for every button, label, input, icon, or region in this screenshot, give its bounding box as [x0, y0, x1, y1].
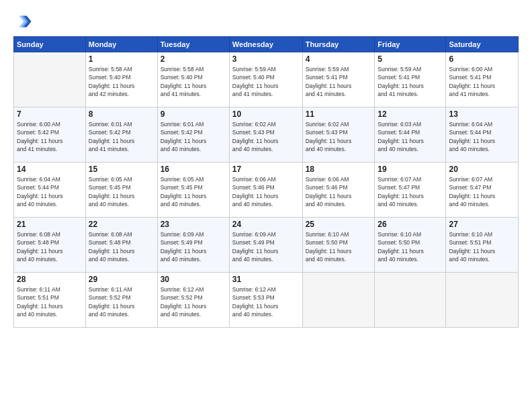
day-number: 1	[89, 54, 154, 64]
calendar-cell	[446, 273, 519, 328]
col-header-thursday: Thursday	[302, 37, 375, 52]
calendar-cell: 5Sunrise: 5:59 AM Sunset: 5:41 PM Daylig…	[375, 52, 446, 107]
day-number: 17	[232, 165, 300, 174]
calendar-cell: 22Sunrise: 6:08 AM Sunset: 5:48 PM Dayli…	[85, 218, 157, 273]
logo-icon	[13, 12, 32, 31]
calendar-cell: 27Sunrise: 6:10 AM Sunset: 5:51 PM Dayli…	[446, 218, 519, 273]
col-header-sunday: Sunday	[14, 37, 86, 52]
day-info: Sunrise: 6:03 AM Sunset: 5:44 PM Dayligh…	[378, 120, 443, 153]
day-info: Sunrise: 5:59 AM Sunset: 5:41 PM Dayligh…	[306, 65, 372, 98]
calendar-cell: 15Sunrise: 6:05 AM Sunset: 5:45 PM Dayli…	[85, 163, 157, 218]
day-number: 28	[17, 275, 83, 284]
day-info: Sunrise: 6:08 AM Sunset: 5:48 PM Dayligh…	[17, 230, 83, 263]
day-number: 16	[161, 165, 226, 174]
day-info: Sunrise: 6:10 AM Sunset: 5:51 PM Dayligh…	[449, 230, 515, 263]
day-info: Sunrise: 6:04 AM Sunset: 5:44 PM Dayligh…	[17, 175, 83, 208]
day-info: Sunrise: 6:01 AM Sunset: 5:42 PM Dayligh…	[161, 120, 226, 153]
calendar-cell	[375, 273, 446, 328]
calendar-cell: 17Sunrise: 6:06 AM Sunset: 5:46 PM Dayli…	[229, 163, 302, 218]
calendar-cell: 7Sunrise: 6:00 AM Sunset: 5:42 PM Daylig…	[14, 107, 86, 163]
day-number: 8	[89, 109, 154, 119]
day-info: Sunrise: 6:00 AM Sunset: 5:41 PM Dayligh…	[449, 65, 515, 98]
day-info: Sunrise: 5:59 AM Sunset: 5:40 PM Dayligh…	[232, 65, 300, 98]
calendar-cell: 18Sunrise: 6:06 AM Sunset: 5:46 PM Dayli…	[302, 163, 375, 218]
day-number: 26	[378, 220, 443, 229]
calendar-cell: 20Sunrise: 6:07 AM Sunset: 5:47 PM Dayli…	[446, 163, 519, 218]
day-info: Sunrise: 6:11 AM Sunset: 5:51 PM Dayligh…	[17, 285, 83, 318]
calendar-cell	[302, 273, 375, 328]
day-info: Sunrise: 5:59 AM Sunset: 5:41 PM Dayligh…	[378, 65, 443, 98]
calendar-cell: 26Sunrise: 6:10 AM Sunset: 5:50 PM Dayli…	[375, 218, 446, 273]
day-number: 9	[161, 109, 226, 119]
calendar-cell: 13Sunrise: 6:04 AM Sunset: 5:44 PM Dayli…	[446, 107, 519, 163]
day-number: 20	[449, 165, 515, 174]
col-header-friday: Friday	[375, 37, 446, 52]
calendar-cell: 14Sunrise: 6:04 AM Sunset: 5:44 PM Dayli…	[14, 163, 86, 218]
day-info: Sunrise: 6:00 AM Sunset: 5:42 PM Dayligh…	[17, 120, 83, 153]
calendar-cell: 24Sunrise: 6:09 AM Sunset: 5:49 PM Dayli…	[229, 218, 302, 273]
day-number: 2	[161, 54, 226, 64]
calendar-cell: 10Sunrise: 6:02 AM Sunset: 5:43 PM Dayli…	[229, 107, 302, 163]
day-number: 31	[232, 275, 300, 284]
calendar-cell: 21Sunrise: 6:08 AM Sunset: 5:48 PM Dayli…	[14, 218, 86, 273]
day-number: 14	[17, 165, 83, 174]
day-info: Sunrise: 6:12 AM Sunset: 5:53 PM Dayligh…	[232, 285, 300, 318]
day-number: 27	[449, 220, 515, 229]
day-info: Sunrise: 6:11 AM Sunset: 5:52 PM Dayligh…	[89, 285, 154, 318]
day-number: 22	[89, 220, 154, 229]
calendar-cell: 4Sunrise: 5:59 AM Sunset: 5:41 PM Daylig…	[302, 52, 375, 107]
day-info: Sunrise: 6:05 AM Sunset: 5:45 PM Dayligh…	[161, 175, 226, 208]
calendar-page: SundayMondayTuesdayWednesdayThursdayFrid…	[0, 0, 532, 411]
day-number: 19	[378, 165, 443, 174]
day-number: 6	[449, 54, 515, 64]
day-number: 15	[89, 165, 154, 174]
col-header-saturday: Saturday	[446, 37, 519, 52]
calendar-cell: 12Sunrise: 6:03 AM Sunset: 5:44 PM Dayli…	[375, 107, 446, 163]
day-number: 23	[161, 220, 226, 229]
week-row-1: 1Sunrise: 5:58 AM Sunset: 5:40 PM Daylig…	[14, 52, 519, 107]
calendar-cell: 25Sunrise: 6:10 AM Sunset: 5:50 PM Dayli…	[302, 218, 375, 273]
day-info: Sunrise: 6:09 AM Sunset: 5:49 PM Dayligh…	[161, 230, 226, 263]
calendar-cell: 30Sunrise: 6:12 AM Sunset: 5:52 PM Dayli…	[157, 273, 229, 328]
day-info: Sunrise: 5:58 AM Sunset: 5:40 PM Dayligh…	[89, 65, 154, 98]
day-info: Sunrise: 6:02 AM Sunset: 5:43 PM Dayligh…	[306, 120, 372, 153]
calendar-cell: 6Sunrise: 6:00 AM Sunset: 5:41 PM Daylig…	[446, 52, 519, 107]
day-number: 25	[306, 220, 372, 229]
day-number: 29	[89, 275, 154, 284]
week-row-2: 7Sunrise: 6:00 AM Sunset: 5:42 PM Daylig…	[14, 107, 519, 163]
day-info: Sunrise: 6:10 AM Sunset: 5:50 PM Dayligh…	[378, 230, 443, 263]
day-number: 5	[378, 54, 443, 64]
calendar-cell: 28Sunrise: 6:11 AM Sunset: 5:51 PM Dayli…	[14, 273, 86, 328]
day-info: Sunrise: 6:10 AM Sunset: 5:50 PM Dayligh…	[306, 230, 372, 263]
calendar-cell: 11Sunrise: 6:02 AM Sunset: 5:43 PM Dayli…	[302, 107, 375, 163]
calendar-cell: 31Sunrise: 6:12 AM Sunset: 5:53 PM Dayli…	[229, 273, 302, 328]
day-info: Sunrise: 6:02 AM Sunset: 5:43 PM Dayligh…	[232, 120, 300, 153]
col-header-tuesday: Tuesday	[157, 37, 229, 52]
header	[13, 12, 519, 31]
calendar-cell: 8Sunrise: 6:01 AM Sunset: 5:42 PM Daylig…	[85, 107, 157, 163]
day-number: 30	[161, 275, 226, 284]
day-number: 24	[232, 220, 300, 229]
calendar-cell: 23Sunrise: 6:09 AM Sunset: 5:49 PM Dayli…	[157, 218, 229, 273]
day-info: Sunrise: 6:04 AM Sunset: 5:44 PM Dayligh…	[449, 120, 515, 153]
day-info: Sunrise: 6:06 AM Sunset: 5:46 PM Dayligh…	[232, 175, 300, 208]
day-number: 4	[306, 54, 372, 64]
day-info: Sunrise: 6:12 AM Sunset: 5:52 PM Dayligh…	[161, 285, 226, 318]
day-info: Sunrise: 6:09 AM Sunset: 5:49 PM Dayligh…	[232, 230, 300, 263]
calendar-cell: 2Sunrise: 5:58 AM Sunset: 5:40 PM Daylig…	[157, 52, 229, 107]
day-number: 11	[306, 109, 372, 119]
week-row-5: 28Sunrise: 6:11 AM Sunset: 5:51 PM Dayli…	[14, 273, 519, 328]
header-row: SundayMondayTuesdayWednesdayThursdayFrid…	[14, 37, 519, 52]
day-info: Sunrise: 6:07 AM Sunset: 5:47 PM Dayligh…	[449, 175, 515, 208]
day-info: Sunrise: 6:05 AM Sunset: 5:45 PM Dayligh…	[89, 175, 154, 208]
calendar-cell: 9Sunrise: 6:01 AM Sunset: 5:42 PM Daylig…	[157, 107, 229, 163]
col-header-wednesday: Wednesday	[229, 37, 302, 52]
day-info: Sunrise: 5:58 AM Sunset: 5:40 PM Dayligh…	[161, 65, 226, 98]
day-info: Sunrise: 6:07 AM Sunset: 5:47 PM Dayligh…	[378, 175, 443, 208]
week-row-4: 21Sunrise: 6:08 AM Sunset: 5:48 PM Dayli…	[14, 218, 519, 273]
day-info: Sunrise: 6:01 AM Sunset: 5:42 PM Dayligh…	[89, 120, 154, 153]
day-number: 7	[17, 109, 83, 119]
calendar-cell: 3Sunrise: 5:59 AM Sunset: 5:40 PM Daylig…	[229, 52, 302, 107]
calendar-cell: 16Sunrise: 6:05 AM Sunset: 5:45 PM Dayli…	[157, 163, 229, 218]
logo	[13, 12, 34, 31]
